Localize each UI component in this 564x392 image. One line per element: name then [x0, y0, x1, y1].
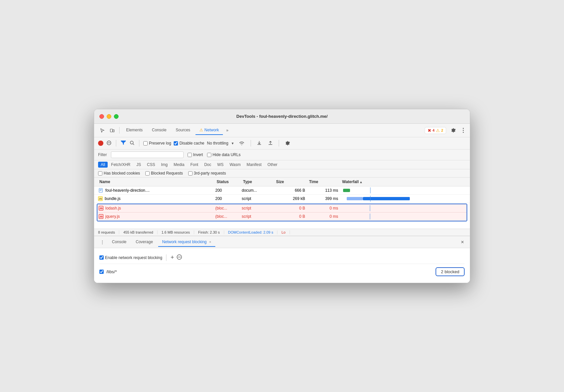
- waterfall-vertical-line: [370, 187, 370, 193]
- throttle-selector[interactable]: No throttling: [207, 141, 229, 146]
- hide-data-urls-checkbox[interactable]: Hide data URLs: [207, 152, 241, 157]
- type-filter-css[interactable]: CSS: [144, 162, 158, 168]
- close-button[interactable]: [99, 114, 104, 119]
- enable-blocking-input[interactable]: [99, 255, 104, 260]
- svg-rect-9: [99, 188, 102, 192]
- filter-button[interactable]: [120, 140, 126, 147]
- disable-cache-checkbox[interactable]: Disable cache: [174, 141, 204, 146]
- waterfall-vertical-line: [370, 196, 370, 202]
- table-row[interactable]: JS lodash.js (bloc... script 0 B 0 ms: [97, 204, 467, 212]
- blocked-requests-checkbox[interactable]: Blocked Requests: [145, 171, 183, 176]
- maximize-button[interactable]: [114, 114, 119, 119]
- type-filter-all[interactable]: All: [98, 162, 108, 168]
- network-settings-icon[interactable]: [283, 139, 292, 147]
- bottom-more-icon[interactable]: ⋮: [98, 238, 107, 246]
- toolbar-divider-4: [251, 140, 251, 147]
- has-blocked-cookies-input[interactable]: [98, 171, 102, 176]
- rule-checkbox[interactable]: [99, 270, 104, 274]
- add-pattern-button[interactable]: +: [170, 254, 174, 261]
- invert-input[interactable]: [188, 153, 192, 157]
- table-row[interactable]: foul-heavenly-direction.... 200 docum...…: [94, 186, 470, 195]
- third-party-checkbox[interactable]: 3rd-party requests: [188, 171, 226, 176]
- tab-network[interactable]: ⚠ Network: [195, 126, 223, 135]
- blocked-requests-input[interactable]: [145, 171, 150, 176]
- clear-button[interactable]: [106, 140, 112, 147]
- dom-content-loaded[interactable]: DOMContentLoaded: 2.09 s: [224, 230, 278, 234]
- blocking-rule-row: /libs/* 2 blocked: [99, 264, 465, 279]
- col-type: Type: [242, 179, 275, 185]
- row-name-col: foul-heavenly-direction....: [98, 188, 215, 193]
- type-filter-manifest[interactable]: Manifest: [244, 162, 264, 168]
- row-time-col: 399 ms: [308, 196, 341, 201]
- import-icon[interactable]: [255, 140, 264, 147]
- js-yellow-icon: JS: [98, 196, 103, 201]
- preserve-log-input[interactable]: [143, 141, 148, 146]
- type-filter-doc[interactable]: Doc: [201, 162, 214, 168]
- warning-triangle-icon: ⚠: [199, 128, 203, 132]
- type-filter-js[interactable]: JS: [134, 162, 144, 168]
- svg-line-8: [133, 144, 134, 145]
- requests-count: 8 requests: [98, 230, 119, 234]
- type-filter-ws[interactable]: WS: [215, 162, 226, 168]
- network-conditions-icon[interactable]: [237, 140, 247, 147]
- col-time: Time: [308, 179, 341, 185]
- col-waterfall[interactable]: Waterfall ▲: [341, 179, 458, 185]
- preserve-log-checkbox[interactable]: Preserve log: [143, 141, 171, 146]
- record-button[interactable]: [98, 141, 103, 146]
- waterfall-bar-light: [347, 197, 363, 200]
- throttle-arrow[interactable]: ▼: [231, 142, 234, 145]
- filter-label: Filter: [98, 152, 107, 157]
- settings-icon[interactable]: [449, 126, 458, 134]
- more-tabs-button[interactable]: »: [224, 127, 230, 134]
- type-filter-img[interactable]: Img: [159, 162, 170, 168]
- type-filter-wasm[interactable]: Wasm: [227, 162, 243, 168]
- traffic-lights: [99, 114, 119, 119]
- hide-data-urls-input[interactable]: [207, 153, 211, 157]
- row-size-col: 0 B: [275, 206, 308, 211]
- type-filter-other[interactable]: Other: [265, 162, 280, 168]
- sort-arrow-icon: ▲: [359, 180, 363, 184]
- filter-input[interactable]: [114, 152, 181, 157]
- table-row[interactable]: JS jquery.js (bloc... script 0 B 0 ms: [97, 212, 467, 221]
- type-filter-media[interactable]: Media: [171, 162, 187, 168]
- search-button[interactable]: [129, 140, 135, 147]
- device-toolbar-icon[interactable]: [108, 127, 117, 134]
- tab-network-blocking[interactable]: Network request blocking ×: [158, 238, 215, 247]
- third-party-input[interactable]: [188, 171, 193, 176]
- table-row[interactable]: JS bundle.js 200 script 269 kB 399 ms: [94, 195, 470, 203]
- close-panel-button[interactable]: ×: [459, 239, 466, 246]
- type-filter-fetch-xhr[interactable]: Fetch/XHR: [108, 162, 133, 168]
- row-name-col: JS bundle.js: [98, 196, 215, 201]
- tab-console[interactable]: Console: [148, 126, 170, 135]
- load-time[interactable]: Lo: [277, 230, 290, 234]
- type-filter-row: All Fetch/XHR JS CSS Img Media Font Doc …: [94, 160, 470, 169]
- more-options-icon[interactable]: [461, 126, 466, 134]
- tab-coverage[interactable]: Coverage: [132, 238, 157, 247]
- svg-rect-1: [113, 130, 114, 132]
- warning-icon-badge: ⚠: [436, 128, 440, 133]
- svg-rect-0: [110, 129, 113, 132]
- row-type-col: script: [242, 206, 275, 211]
- clear-patterns-button[interactable]: [177, 254, 182, 261]
- svg-point-3: [463, 130, 464, 131]
- enable-blocking-checkbox[interactable]: Enable network request blocking: [99, 255, 162, 260]
- cursor-icon[interactable]: [98, 127, 107, 134]
- invert-checkbox[interactable]: Invert: [188, 152, 203, 157]
- devtools-window: DevTools - foul-heavenly-direction.glitc…: [94, 109, 470, 283]
- tab-console-bottom[interactable]: Console: [108, 238, 130, 247]
- disable-cache-input[interactable]: [174, 141, 178, 146]
- col-size: Size: [275, 179, 308, 185]
- status-bar: 8 requests 455 kB transferred 1.6 MB res…: [94, 229, 470, 236]
- rule-checkbox-input[interactable]: [99, 270, 104, 274]
- enable-blocking-row: Enable network request blocking +: [99, 251, 465, 264]
- waterfall-vertical-line: [370, 205, 370, 211]
- close-tab-icon[interactable]: ×: [209, 240, 211, 244]
- tab-sources[interactable]: Sources: [172, 126, 194, 135]
- type-filter-font[interactable]: Font: [188, 162, 201, 168]
- row-size-col: 0 B: [275, 214, 308, 219]
- tab-elements[interactable]: Elements: [122, 126, 147, 135]
- minimize-button[interactable]: [107, 114, 111, 119]
- export-icon[interactable]: [266, 140, 275, 147]
- error-warning-badge: ✖ 4 ⚠ 2: [425, 127, 446, 134]
- has-blocked-cookies-checkbox[interactable]: Has blocked cookies: [98, 171, 140, 176]
